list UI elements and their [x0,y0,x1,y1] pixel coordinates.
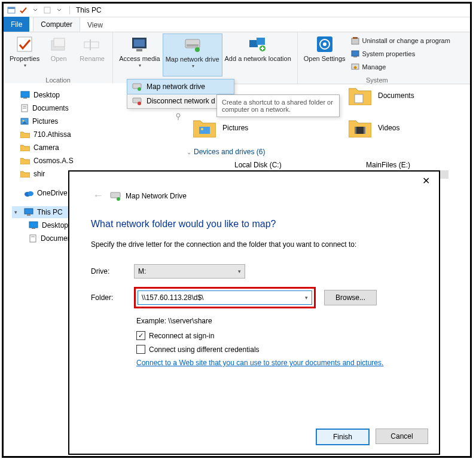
system-properties-icon [350,49,360,59]
svg-rect-23 [353,37,358,39]
close-icon: ✕ [422,175,430,186]
network-drive-icon [110,191,121,201]
ribbon-tabs: File Computer View [4,17,470,32]
svg-point-48 [176,114,180,117]
dialog-titlebar: ✕ [69,172,439,189]
credentials-row[interactable]: Connect using different credentials [136,345,417,354]
qat-dropdown2-icon[interactable] [54,5,65,15]
pin-icon [175,113,183,121]
credentials-label: Connect using different credentials [149,345,260,354]
nav-folder-2[interactable]: Camera [12,142,124,154]
desktop-icon [29,221,38,230]
disconnect-icon [132,96,142,106]
chevron-down-icon: ▾ [139,63,141,68]
folder-combobox[interactable]: \\157.60.113.28\d$\ ▾ [138,290,312,305]
svg-rect-51 [355,94,363,103]
nav-desktop[interactable]: Desktop [12,89,124,101]
svg-point-21 [323,42,327,46]
nav-folder-3[interactable]: Cosmos.A.S [12,155,124,167]
svg-marker-39 [20,172,30,178]
window-title: This PC [76,6,102,14]
desktop-icon [20,91,30,99]
qat-dropdown-icon[interactable] [30,5,41,15]
item-videos[interactable]: Videos [348,118,399,138]
uninstall-program-button[interactable]: Uninstall or change a program [348,35,453,47]
tooltip: Create a shortcut to a shared folder or … [216,94,340,117]
uninstall-icon [350,36,360,45]
qat-properties-icon[interactable] [18,5,29,15]
content-section-header[interactable]: ⌄ Devices and drives (6) [187,148,265,156]
svg-point-64 [117,197,120,201]
qat-separator-icon [42,5,53,15]
drive-c[interactable]: Local Disk (C:) [234,161,282,169]
dialog-instruction: Specify the drive letter for the connect… [91,240,417,249]
map-network-drive-dialog: ✕ ← Map Network Drive What network folde… [68,170,440,455]
dropdown-map-network-drive[interactable]: Map network drive [127,79,234,94]
svg-rect-25 [353,56,357,57]
manage-button[interactable]: Manage [348,61,453,73]
svg-rect-1 [8,7,15,9]
network-drive-icon [132,82,142,91]
svg-rect-57 [355,127,356,134]
drive-e[interactable]: MainFiles (E:) [366,161,410,169]
svg-rect-15 [257,38,265,45]
system-properties-button[interactable]: System properties [348,48,453,60]
pictures-icon [20,117,29,126]
folder-icon [20,157,30,164]
svg-rect-58 [364,127,365,134]
finish-button[interactable]: Finish [316,429,370,445]
network-drive-icon [183,35,202,54]
svg-point-41 [28,191,33,196]
svg-rect-42 [25,209,33,214]
svg-rect-63 [111,192,120,198]
tab-file[interactable]: File [4,17,29,32]
tab-view[interactable]: View [80,17,110,32]
nav-documents[interactable]: Documents [12,102,124,114]
reconnect-row[interactable]: ✓ Reconnect at sign-in [136,331,417,340]
back-icon[interactable]: ← [91,189,105,202]
drive-select[interactable]: M: ▾ [134,264,245,279]
add-network-location-button[interactable]: Add a network location [222,33,294,75]
properties-button[interactable]: Properties ▾ [7,33,42,75]
open-button: Open [42,33,75,75]
pc-icon [24,208,33,216]
manage-icon [350,62,360,72]
map-network-drive-button[interactable]: Map network drive ▾ [163,33,222,77]
nav-pictures[interactable]: Pictures [12,115,124,127]
svg-point-54 [201,128,203,130]
tab-computer[interactable]: Computer [33,17,80,32]
nav-folder-1[interactable]: 710.Athissa [12,128,124,140]
reconnect-checkbox[interactable]: ✓ [136,331,145,340]
cancel-button[interactable]: Cancel [376,429,428,444]
documents-folder-icon [348,85,372,106]
drive-label: Drive: [91,267,134,276]
svg-rect-6 [84,42,99,48]
chevron-down-icon: ▾ [238,268,241,274]
svg-rect-45 [32,228,35,229]
browse-button[interactable]: Browse... [324,290,377,305]
system-small-buttons: Uninstall or change a program System pro… [348,33,453,73]
folder-row: Folder: \\157.60.113.28\d$\ ▾ Browse... [91,287,417,308]
drive-select-value: M: [138,267,146,276]
dialog-header: ← Map Network Drive [91,189,417,202]
web-site-link[interactable]: Connect to a Web site that you can use t… [136,359,417,367]
qat-menu-icon[interactable] [6,5,17,15]
pictures-folder-icon [193,118,216,138]
folder-highlight: \\157.60.113.28\d$\ ▾ [134,287,316,308]
svg-point-34 [23,120,25,122]
svg-point-62 [138,102,141,105]
close-button[interactable]: ✕ [414,172,438,189]
ribbon-group-system-label: System [301,75,453,84]
item-documents[interactable]: Documents [348,85,414,106]
item-pictures[interactable]: Pictures [193,118,248,138]
svg-marker-38 [20,158,30,164]
access-media-button[interactable]: Access media ▾ [117,33,162,75]
open-settings-button[interactable]: Open Settings [301,33,348,75]
ribbon-group-network: Access media ▾ Map network drive ▾ Add a… [113,32,298,84]
svg-rect-2 [44,7,50,13]
credentials-checkbox[interactable] [136,345,145,354]
item-documents-pin [175,113,183,121]
ribbon-group-location: Properties ▾ Open Rename Location [4,32,113,84]
svg-rect-12 [187,44,199,47]
svg-rect-53 [199,127,210,134]
